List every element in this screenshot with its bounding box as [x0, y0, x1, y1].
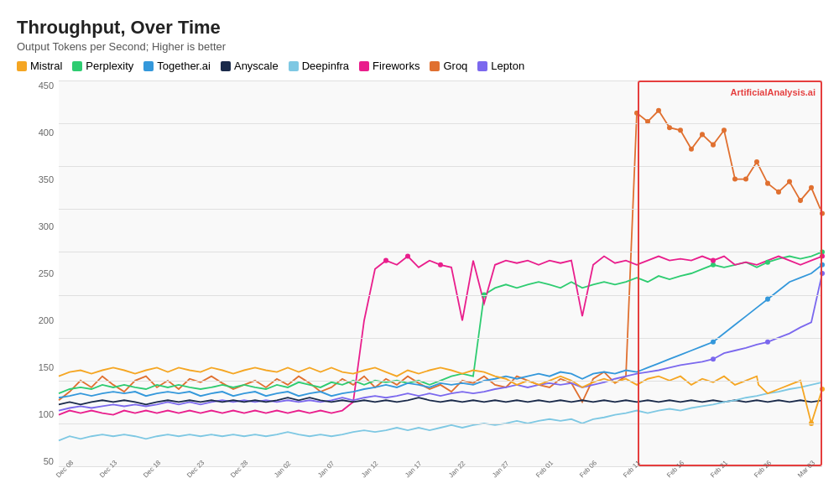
lepton-dot: [477, 61, 487, 71]
fireworks-line: [59, 257, 822, 415]
y-axis: 450 400 350 300 250 200 150 100 50: [17, 81, 59, 466]
groq-line: [59, 111, 822, 403]
svg-point-8: [722, 127, 727, 132]
svg-point-29: [820, 262, 825, 268]
svg-point-15: [798, 198, 803, 203]
svg-point-11: [754, 159, 759, 164]
chart-container: 450 400 350 300 250 200 150 100 50: [17, 81, 822, 491]
legend: Mistral Perplexity Together.ai Anyscale …: [17, 60, 822, 72]
legend-label-deepinfra: Deepinfra: [302, 60, 349, 72]
chart-subtitle: Output Tokens per Second; Higher is bett…: [17, 40, 822, 53]
svg-point-23: [405, 253, 410, 258]
svg-point-2: [656, 108, 661, 113]
x-axis: Dec 08 Dec 13 Dec 18 Dec 23 Dec 28 Jan 0…: [59, 466, 822, 491]
perplexity-line: [59, 252, 822, 393]
svg-point-10: [743, 176, 748, 181]
legend-anyscale: Anyscale: [221, 60, 279, 72]
chart-area: ArtificialAnalysis.ai: [59, 81, 822, 466]
chart-svg: [59, 81, 822, 466]
svg-point-34: [820, 387, 825, 392]
y-label-300: 300: [39, 221, 54, 231]
svg-point-27: [711, 340, 716, 345]
svg-point-17: [820, 210, 825, 216]
svg-point-30: [711, 356, 716, 361]
svg-point-24: [438, 262, 443, 268]
svg-point-25: [711, 258, 716, 263]
legend-together: Together.ai: [143, 60, 211, 72]
svg-point-31: [765, 340, 770, 345]
fireworks-dot: [359, 61, 369, 71]
svg-point-12: [765, 181, 770, 186]
y-label-150: 150: [39, 362, 54, 372]
svg-point-28: [765, 297, 770, 302]
svg-point-14: [787, 179, 792, 184]
y-label-250: 250: [39, 268, 54, 278]
legend-label-anyscale: Anyscale: [234, 60, 279, 72]
lepton-dots: [711, 271, 825, 361]
svg-point-9: [732, 176, 737, 181]
legend-lepton: Lepton: [477, 60, 524, 72]
legend-label-fireworks: Fireworks: [373, 60, 420, 72]
legend-deepinfra: Deepinfra: [289, 60, 349, 72]
deepinfra-dot: [289, 61, 299, 71]
legend-groq: Groq: [430, 60, 467, 72]
y-label-50: 50: [44, 456, 54, 466]
svg-point-22: [383, 258, 388, 263]
legend-label-together: Together.ai: [157, 60, 211, 72]
legend-label-perplexity: Perplexity: [86, 60, 133, 72]
svg-point-5: [689, 147, 694, 152]
svg-point-32: [820, 271, 825, 276]
together-dot: [143, 61, 154, 71]
anyscale-dot: [221, 61, 231, 71]
svg-point-4: [678, 127, 683, 132]
svg-point-3: [667, 125, 672, 130]
legend-label-mistral: Mistral: [30, 60, 62, 72]
svg-point-6: [700, 132, 705, 137]
legend-mistral: Mistral: [17, 60, 62, 72]
legend-perplexity: Perplexity: [72, 60, 133, 72]
svg-point-26: [820, 253, 825, 258]
perplexity-dots: [482, 249, 825, 297]
y-label-450: 450: [39, 81, 54, 91]
legend-label-lepton: Lepton: [491, 60, 524, 72]
y-label-400: 400: [39, 127, 54, 138]
svg-point-20: [765, 260, 770, 265]
svg-point-16: [809, 185, 814, 190]
svg-point-0: [634, 111, 639, 116]
legend-fireworks: Fireworks: [359, 60, 420, 72]
legend-label-groq: Groq: [443, 60, 467, 72]
lepton-line: [59, 273, 822, 411]
x-axis-svg: Dec 08 Dec 13 Dec 18 Dec 23 Dec 28 Jan 0…: [59, 466, 822, 491]
perplexity-dot: [72, 61, 82, 71]
mistral-dot: [17, 61, 27, 71]
chart-title: Throughput, Over Time: [17, 17, 822, 39]
together-line: [59, 265, 822, 397]
y-label-100: 100: [39, 409, 54, 419]
svg-point-13: [776, 190, 781, 195]
groq-dot: [430, 61, 440, 71]
svg-point-7: [711, 143, 716, 148]
y-label-200: 200: [39, 315, 54, 325]
y-label-350: 350: [39, 174, 54, 184]
